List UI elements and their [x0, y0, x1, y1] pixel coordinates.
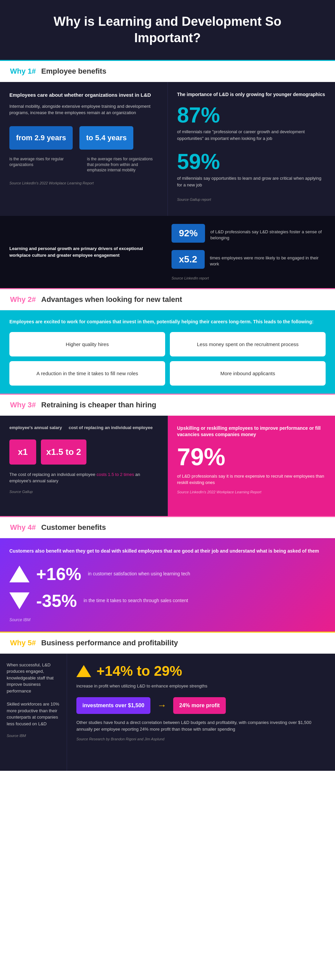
why5-label: Business performance and profitability — [41, 639, 178, 647]
why5-profit-box: 24% more profit — [173, 697, 226, 714]
why1-percent2: 59% — [177, 151, 326, 172]
why5-title-bar: Why 5# Business performance and profitab… — [0, 633, 335, 654]
why5-left-para1: When successful, L&D produces engaged, k… — [7, 662, 60, 695]
why3-number: Why 3# — [10, 401, 36, 409]
why2-card-3: More inbound applicants — [170, 361, 325, 386]
why1-label: Employee benefits — [41, 67, 106, 76]
why1-number: Why 1# — [10, 67, 36, 76]
why1-stat-row-2: x5.2 times employees were more likely to… — [172, 250, 325, 272]
why1-desc1: of millennials rate "professional or car… — [177, 129, 326, 142]
why1-left-body: Internal mobility, alongside extensive e… — [10, 103, 158, 116]
why2-intro: Employees are excited to work for compan… — [10, 318, 325, 325]
why1-right-source: Source Gallup report — [177, 197, 326, 202]
why1-left-source: Source LinkedIn's 2022 Workplace Learnin… — [10, 181, 158, 185]
why1-stat1: 92% — [172, 224, 205, 243]
mult-box-1: x1 — [10, 439, 36, 465]
why3-label1: employee's annual salary — [10, 425, 62, 430]
why4-stat-row-2: -35% in the time it takes to search thro… — [10, 591, 325, 611]
why1-right: The importance of L&D is only growing fo… — [168, 82, 335, 216]
why2-number: Why 2# — [10, 295, 36, 304]
why3-percent: 79% — [177, 445, 326, 469]
why2-card-1: Less money spent on the recruitment proc… — [170, 332, 325, 356]
why2-body: Employees are excited to work for compan… — [0, 310, 335, 394]
why4-desc1: in customer satisfaction when using lear… — [88, 571, 190, 578]
why5-invest-box: investments over $1,500 — [77, 697, 150, 714]
why1-left-heading: Employees care about whether organizatio… — [10, 91, 158, 99]
why1-stat-row-1: 92% of L&D professionals say L&D strateg… — [172, 224, 325, 246]
why1-title-bar: Why 1# Employee benefits — [0, 61, 335, 82]
why4-desc2: in the time it takes to search through s… — [83, 597, 188, 604]
why2-grid: Higher quality hires Less money spent on… — [10, 332, 325, 386]
why4-number: Why 4# — [10, 523, 36, 532]
why1-stat2-desc: times employees were more likely to be e… — [210, 255, 326, 267]
arrow-right-icon: → — [157, 700, 166, 711]
why1-bottom-source: Source LinkedIn report — [172, 276, 325, 280]
why4-label: Customer benefits — [41, 523, 106, 532]
why5-right: +14% to 29% increase in profit when util… — [67, 654, 335, 771]
arrow-up-icon — [10, 566, 29, 582]
why2-title-bar: Why 2# Advantages when looking for new t… — [0, 289, 335, 310]
why5-right-source: Source Research by Brandon Rigoni and Ji… — [77, 737, 325, 741]
why1-stat2: x5.2 — [172, 250, 205, 269]
why5-profit-row: +14% to 29% — [77, 663, 325, 679]
why3-source: Source Gallup — [10, 490, 158, 494]
year-boxes: from 2.9 years to 5.4 years — [10, 126, 158, 150]
why1-percent1: 87% — [177, 104, 326, 126]
why1-left: Employees care about whether organizatio… — [0, 82, 168, 216]
why4-intro: Customers also benefit when they get to … — [10, 547, 325, 555]
why3-label: Retraining is cheaper than hiring — [41, 401, 156, 409]
why1-bottom-left-text: Learning and personal growth are primary… — [10, 245, 163, 258]
why3-label2: cost of replacing an individual employee — [69, 425, 153, 430]
why1-desc2: of millennials say opportunities to lear… — [177, 175, 326, 188]
mult-box-2: x1.5 to 2 — [41, 439, 86, 465]
year-box-1: from 2.9 years — [10, 126, 73, 150]
why1-bottom-right: 92% of L&D professionals say L&D strateg… — [172, 224, 325, 280]
why3-right-heading: Upskilling or reskilling employees to im… — [177, 425, 326, 438]
why3-cost-text: The cost of replacing an individual empl… — [10, 471, 158, 484]
why5-body: When successful, L&D produces engaged, k… — [0, 654, 335, 771]
why5-number: Why 5# — [10, 639, 36, 647]
why2-card-2: A reduction in the time it takes to fill… — [10, 361, 165, 386]
why4-stat-row-1: +16% in customer satisfaction when using… — [10, 564, 325, 584]
why3-left: employee's annual salary cost of replaci… — [0, 416, 168, 516]
arrow-up-yellow-icon — [77, 665, 91, 677]
why3-right-desc: of L&D professionals say it is more expe… — [177, 473, 326, 486]
why5-left-para2: Skilled workforces are 10% more producti… — [7, 701, 60, 727]
why5-invest-row: investments over $1,500 → 24% more profi… — [77, 697, 325, 714]
why3-right-source: Source LinkedIn's 2022 Workplace Learnin… — [177, 490, 326, 494]
why4-stat2: -35% — [36, 591, 77, 611]
why5-profit-stat: +14% to 29% — [96, 663, 182, 679]
why5-invest-desc: Other studies have found a direct correl… — [77, 719, 325, 732]
page-title: Why is Learning and Development So Impor… — [20, 13, 315, 46]
why1-right-heading: The importance of L&D is only growing fo… — [177, 91, 326, 98]
why4-source: Source IBM — [10, 617, 325, 622]
year-desc-1: is the average rises for regular organiz… — [10, 156, 80, 173]
why4-title-bar: Why 4# Customer benefits — [0, 517, 335, 538]
page-header: Why is Learning and Development So Impor… — [0, 0, 335, 60]
why5-left: When successful, L&D produces engaged, k… — [0, 654, 67, 771]
why3-right: Upskilling or reskilling employees to im… — [168, 416, 335, 516]
why2-label: Advantages when looking for new talent — [41, 295, 182, 304]
why3-body: employee's annual salary cost of replaci… — [0, 416, 335, 516]
why4-body: Customers also benefit when they get to … — [0, 538, 335, 632]
year-desc: is the average rises for regular organiz… — [10, 156, 158, 173]
why5-left-source: Source IBM — [7, 733, 60, 738]
why1-body: Employees care about whether organizatio… — [0, 82, 335, 216]
why5-profit-desc: increase in profit when utilizing L&D to… — [77, 683, 325, 689]
why3-title-bar: Why 3# Retraining is cheaper than hiring — [0, 395, 335, 416]
why2-card-0: Higher quality hires — [10, 332, 165, 356]
why1-stat1-desc: of L&D professionals say L&D strategies … — [211, 229, 325, 241]
mult-boxes: x1 x1.5 to 2 — [10, 439, 158, 465]
why1-bottom: Learning and personal growth are primary… — [0, 216, 335, 288]
why4-stat1: +16% — [36, 564, 81, 584]
arrow-down-icon — [10, 592, 29, 609]
year-box-2: to 5.4 years — [80, 126, 133, 150]
year-desc-2: is the average rises for organizations t… — [87, 156, 158, 173]
